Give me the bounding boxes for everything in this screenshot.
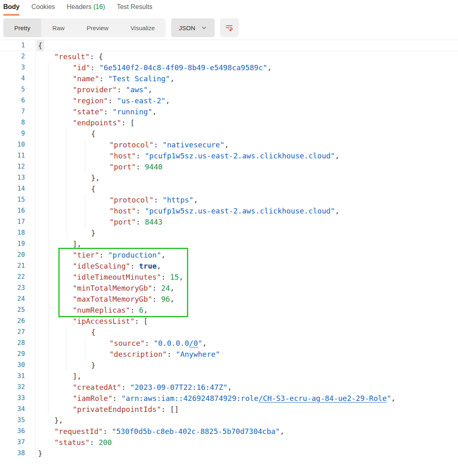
wrap-lines-button[interactable] bbox=[220, 18, 239, 37]
line-number: 28 bbox=[0, 338, 36, 349]
indent-guide bbox=[85, 194, 85, 205]
indent-guide bbox=[48, 194, 49, 205]
code-token: "numReplicas" bbox=[73, 306, 130, 314]
indent-guide bbox=[48, 139, 49, 150]
format-select[interactable]: JSON bbox=[171, 18, 215, 37]
code-line: 8"endpoints": [ bbox=[0, 117, 458, 128]
indent-guide bbox=[48, 205, 49, 216]
code-token: "privateEndpointIds" bbox=[73, 405, 161, 414]
code-token: } bbox=[91, 229, 96, 237]
code-token: "port" bbox=[109, 218, 136, 226]
line-number: 1 bbox=[0, 40, 36, 51]
line-number: 24 bbox=[0, 294, 36, 305]
code-line: 7"state": "running", bbox=[0, 106, 458, 117]
indent-guide bbox=[48, 282, 49, 294]
text-wrap-icon bbox=[225, 24, 233, 32]
code-token: , bbox=[179, 273, 183, 281]
code-token: }, bbox=[91, 173, 100, 182]
code-line: 30} bbox=[0, 360, 458, 371]
indent-guide bbox=[48, 106, 49, 117]
code-line: 4"name": "Test Scaling", bbox=[0, 73, 458, 84]
line-number: 37 bbox=[0, 437, 36, 448]
tab-body[interactable]: Body bbox=[3, 3, 20, 16]
code-lines: 1{2"result": {3"id": "6e5140f2-04c8-4f09… bbox=[0, 40, 458, 459]
indent-guide bbox=[85, 150, 85, 161]
tab-cookies[interactable]: Cookies bbox=[31, 3, 55, 16]
code-token: "host" bbox=[109, 207, 136, 215]
code-token: "aws" bbox=[126, 85, 148, 94]
code-token: 9440 bbox=[145, 162, 162, 171]
view-preview-button[interactable]: Preview bbox=[76, 18, 119, 37]
code-token: "0.0.0.0 bbox=[153, 339, 189, 347]
code-line: 23"minTotalMemoryGb": 24, bbox=[0, 282, 458, 294]
code-token: "protocol" bbox=[109, 196, 153, 204]
code-token: }, bbox=[54, 416, 63, 425]
view-mode-group: Pretty Raw Preview Visualize bbox=[3, 18, 166, 37]
code-line: 24"maxTotalMemoryGb": 96, bbox=[0, 294, 458, 305]
code-token: "arn:aws:iam::426924874929:role bbox=[121, 394, 258, 403]
code-line: 28"source": "0.0.0.0/0", bbox=[0, 338, 458, 349]
code-token: " bbox=[198, 339, 202, 347]
indent-guide bbox=[48, 338, 49, 349]
code-token: , bbox=[143, 306, 148, 314]
code-token: ], bbox=[73, 372, 82, 380]
line-number: 21 bbox=[0, 260, 36, 271]
code-token: : bbox=[152, 284, 161, 292]
response-body-editor[interactable]: 1{2"result": {3"id": "6e5140f2-04c8-4f09… bbox=[0, 40, 458, 459]
tab-headers[interactable]: Headers (16) bbox=[67, 3, 105, 16]
line-number: 27 bbox=[0, 327, 36, 338]
code-line: 22"idleTimeoutMinutes": 15, bbox=[0, 271, 458, 282]
view-visualize-button[interactable]: Visualize bbox=[120, 18, 166, 37]
code-token: } bbox=[38, 449, 42, 458]
code-line: 19], bbox=[0, 238, 458, 249]
code-token: { bbox=[91, 328, 96, 336]
code-token: { bbox=[91, 129, 96, 138]
tab-test-results[interactable]: Test Results bbox=[117, 3, 152, 16]
auto-link[interactable]: /CH-S3-ecru-ag-84-ue2-29-Role bbox=[258, 394, 387, 403]
code-token: : bbox=[136, 151, 145, 160]
indent-guide bbox=[67, 227, 67, 238]
indent-guide bbox=[48, 393, 49, 404]
code-line: 27{ bbox=[0, 327, 458, 338]
code-token: : bbox=[145, 339, 154, 347]
code-token: : bbox=[167, 350, 176, 358]
line-number: 38 bbox=[0, 448, 36, 459]
code-token: , bbox=[166, 96, 170, 105]
code-line: 13}, bbox=[0, 172, 458, 183]
indent-guide bbox=[85, 349, 85, 360]
code-token: "iamRole" bbox=[73, 394, 113, 403]
code-token: "source" bbox=[109, 339, 145, 347]
auto-link[interactable]: /0 bbox=[189, 339, 198, 347]
code-token: , bbox=[227, 383, 232, 391]
chevron-down-icon bbox=[201, 25, 207, 31]
line-number: 33 bbox=[0, 393, 36, 404]
line-number: 2 bbox=[0, 51, 36, 62]
line-number: 26 bbox=[0, 316, 36, 327]
view-pretty-button[interactable]: Pretty bbox=[3, 18, 41, 37]
view-raw-button[interactable]: Raw bbox=[41, 18, 76, 37]
line-number: 10 bbox=[0, 139, 36, 150]
code-token: "port" bbox=[109, 162, 136, 171]
line-number: 30 bbox=[0, 360, 36, 371]
indent-guide bbox=[48, 172, 49, 183]
code-token: : bbox=[152, 295, 161, 303]
indent-guide bbox=[67, 327, 67, 338]
code-line: 15"protocol": "https", bbox=[0, 194, 458, 205]
code-token: : bbox=[113, 394, 122, 403]
format-select-value: JSON bbox=[179, 24, 195, 31]
body-view-toolbar: Pretty Raw Preview Visualize JSON bbox=[3, 18, 455, 37]
code-token: , bbox=[193, 196, 198, 204]
code-token: "result" bbox=[54, 52, 90, 61]
code-token: , bbox=[148, 85, 152, 94]
code-token: "pcufp1w5sz.us-east-2.aws.clickhouse.clo… bbox=[145, 151, 335, 160]
indent-guide bbox=[48, 183, 49, 194]
code-token: "tier" bbox=[73, 251, 99, 259]
line-number: 14 bbox=[0, 183, 36, 194]
code-line: 34"privateEndpointIds": [] bbox=[0, 404, 458, 415]
code-token: : { bbox=[90, 52, 103, 61]
code-line: 33"iamRole": "arn:aws:iam::426924874929:… bbox=[0, 393, 458, 404]
code-line: 18} bbox=[0, 227, 458, 238]
code-token: : bbox=[104, 107, 113, 116]
code-line: 35}, bbox=[0, 415, 458, 426]
indent-guide bbox=[48, 238, 49, 249]
